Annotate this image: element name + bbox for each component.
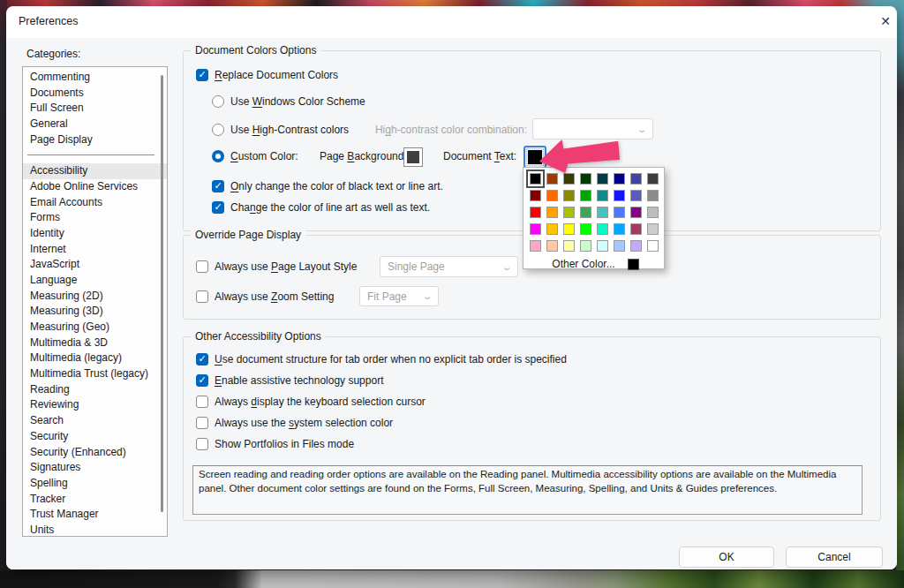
category-item[interactable]: Adobe Online Services	[23, 179, 167, 195]
category-item[interactable]: JavaScript	[23, 257, 167, 273]
color-swatch-cell[interactable]	[594, 204, 611, 221]
color-swatch-cell[interactable]	[561, 187, 577, 204]
custom-color-radio[interactable]	[212, 150, 224, 162]
color-swatch-cell[interactable]	[561, 204, 577, 221]
color-swatch-cell[interactable]	[594, 187, 611, 204]
color-swatch-cell[interactable]	[611, 187, 628, 204]
color-swatch-cell[interactable]	[577, 204, 594, 221]
zoom-setting-select[interactable]: Fit Page ⌄	[359, 286, 439, 306]
color-swatch-cell[interactable]	[561, 221, 577, 237]
only-change-black-checkbox[interactable]	[212, 180, 224, 192]
color-swatch-cell[interactable]	[527, 187, 544, 204]
color-swatch	[546, 207, 558, 218]
category-item[interactable]: Page Display	[23, 132, 167, 148]
color-swatch-cell[interactable]	[644, 237, 661, 254]
category-item[interactable]: Units	[23, 523, 167, 537]
color-swatch-cell[interactable]	[644, 204, 661, 221]
category-item[interactable]: Forms	[23, 210, 167, 226]
use-high-contrast-radio[interactable]	[212, 124, 224, 136]
always-page-layout-row: Always use Page Layout Style	[196, 258, 357, 275]
category-item[interactable]: Measuring (2D)	[23, 289, 167, 305]
category-item[interactable]: Trust Manager	[23, 507, 167, 523]
accessibility-option-checkbox[interactable]	[196, 438, 208, 450]
category-separator	[23, 147, 167, 163]
category-item[interactable]: Language	[23, 273, 167, 289]
page-background-swatch-button[interactable]	[403, 147, 423, 167]
category-item[interactable]: Multimedia (legacy)	[23, 351, 167, 366]
high-contrast-combination-label: High-contrast color combination:	[375, 124, 527, 136]
page-layout-style-select[interactable]: Single Page ⌄	[380, 256, 518, 277]
category-item[interactable]: Signatures	[23, 460, 167, 476]
color-swatch	[614, 190, 625, 201]
color-swatch-cell[interactable]	[594, 221, 611, 237]
category-item[interactable]: Identity	[23, 226, 167, 242]
color-swatch-cell[interactable]	[644, 187, 661, 204]
color-swatch-cell[interactable]	[544, 237, 561, 254]
color-swatch-cell[interactable]	[577, 221, 594, 237]
cancel-button[interactable]: Cancel	[786, 547, 883, 568]
color-swatch-cell[interactable]	[628, 237, 644, 254]
category-item[interactable]: Spelling	[23, 476, 167, 492]
accessibility-option-checkbox[interactable]	[196, 374, 208, 387]
ok-button[interactable]: OK	[679, 547, 774, 568]
accessibility-option-checkbox[interactable]	[196, 396, 208, 408]
color-swatch-cell[interactable]	[594, 237, 611, 254]
color-swatch-cell[interactable]	[561, 237, 577, 254]
category-item[interactable]: General	[23, 117, 167, 132]
category-item[interactable]: Search	[23, 413, 167, 429]
category-item[interactable]: Internet	[23, 242, 167, 258]
always-page-layout-checkbox[interactable]	[196, 260, 208, 273]
color-swatch-cell[interactable]	[611, 221, 628, 237]
accessibility-option-row: Enable assistive technology support	[196, 372, 383, 389]
category-item[interactable]: Multimedia Trust (legacy)	[23, 366, 167, 382]
color-swatch-cell[interactable]	[628, 187, 644, 204]
category-item[interactable]: Tracker	[23, 492, 167, 508]
close-icon[interactable]: ✕	[876, 11, 895, 31]
color-swatch-cell[interactable]	[644, 170, 661, 187]
category-item[interactable]: Security (Enhanced)	[23, 445, 167, 461]
color-swatch-cell[interactable]	[577, 187, 594, 204]
chevron-down-icon: ⌄	[421, 291, 433, 301]
color-swatch-cell[interactable]	[628, 204, 644, 221]
use-windows-color-scheme-radio[interactable]	[212, 95, 224, 108]
color-swatch-cell[interactable]	[611, 237, 628, 254]
color-swatch-cell[interactable]	[527, 237, 544, 254]
category-item[interactable]: Measuring (3D)	[23, 304, 167, 320]
accessibility-option-checkbox[interactable]	[196, 353, 208, 366]
page-background-label-row: Page Background:	[320, 147, 407, 165]
chevron-down-icon: ⌄	[501, 262, 512, 272]
category-item[interactable]: Measuring (Geo)	[23, 320, 167, 335]
color-swatch-cell[interactable]	[644, 221, 661, 237]
category-item[interactable]: Full Screen	[23, 101, 167, 117]
color-swatch	[614, 240, 625, 252]
category-item[interactable]: Documents	[23, 86, 167, 102]
category-item[interactable]: Accessibility	[23, 163, 167, 179]
change-line-art-row: Change the color of line art as well as …	[212, 199, 430, 216]
color-swatch-cell[interactable]	[527, 221, 544, 237]
other-color-row[interactable]: Other Color...	[527, 255, 664, 273]
color-swatch-cell[interactable]	[577, 237, 594, 254]
color-swatch-cell[interactable]	[628, 170, 644, 187]
change-line-art-checkbox[interactable]	[212, 201, 224, 214]
replace-document-colors-checkbox[interactable]	[196, 69, 208, 81]
category-item[interactable]: Reading	[23, 382, 167, 398]
category-item[interactable]: Commenting	[23, 70, 167, 86]
category-item[interactable]: Email Accounts	[23, 195, 167, 211]
category-item[interactable]: Reviewing	[23, 397, 167, 413]
always-zoom-checkbox[interactable]	[196, 290, 208, 303]
categories-scrollbar[interactable]	[161, 75, 163, 512]
color-swatch	[580, 190, 591, 201]
color-swatch-cell[interactable]	[611, 204, 628, 221]
color-swatch-cell[interactable]	[527, 204, 544, 221]
color-swatch	[630, 223, 642, 235]
color-swatch-cell[interactable]	[628, 221, 644, 237]
zoom-setting-value: Fit Page	[367, 290, 407, 303]
category-item[interactable]: Multimedia & 3D	[23, 335, 167, 351]
accessibility-option-checkbox[interactable]	[196, 417, 208, 429]
custom-color-label: Custom Color:	[230, 150, 298, 162]
color-swatch-cell[interactable]	[544, 204, 561, 221]
category-item[interactable]: Security	[23, 429, 167, 445]
color-swatch-cell[interactable]	[544, 221, 561, 237]
use-high-contrast-row: Use High-Contrast colors	[212, 121, 349, 139]
color-swatch-cell[interactable]	[544, 187, 561, 204]
